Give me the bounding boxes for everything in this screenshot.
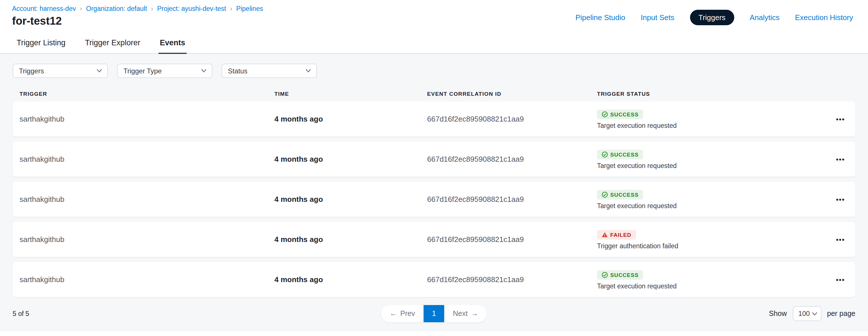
- status-detail: Target execution requested: [597, 162, 677, 169]
- column-header-trigger: TRIGGER: [20, 90, 274, 97]
- trigger-status-cell: SUCCESS Target execution requested: [597, 190, 826, 209]
- trigger-name: sarthakgithub: [20, 275, 274, 284]
- page-size-dropdown[interactable]: 100: [793, 306, 821, 321]
- row-actions-button[interactable]: •••: [826, 275, 856, 283]
- chevron-down-icon: [811, 312, 817, 316]
- chevron-right-icon: ›: [151, 5, 153, 12]
- page-title: for-test12: [12, 15, 263, 28]
- pipeline-nav: Pipeline Studio Input Sets Triggers Anal…: [576, 5, 853, 28]
- page: Account: harness-dev › Organization: def…: [0, 0, 868, 336]
- check-circle-icon: [601, 111, 608, 117]
- trigger-status-cell: SUCCESS Target execution requested: [597, 270, 826, 289]
- nav-analytics[interactable]: Analytics: [750, 13, 780, 22]
- event-correlation-id: 667d16f2ec895908821c1aa9: [427, 155, 597, 163]
- status-badge-label: FAILED: [610, 231, 631, 238]
- trigger-status-cell: FAILED Trigger authentication failed: [597, 230, 826, 249]
- filters-row: Triggers Trigger Type Status: [12, 64, 856, 78]
- row-actions-button[interactable]: •••: [826, 155, 856, 163]
- tab-trigger-listing[interactable]: Trigger Listing: [16, 33, 67, 54]
- tabs-bar: Trigger Listing Trigger Explorer Events: [0, 33, 868, 54]
- check-circle-icon: [601, 191, 608, 198]
- per-page-label: per page: [827, 310, 856, 318]
- arrow-left-icon: ←: [390, 310, 397, 318]
- check-circle-icon: [601, 271, 608, 278]
- trigger-name: sarthakgithub: [20, 115, 274, 123]
- breadcrumb-account[interactable]: Account: harness-dev: [12, 5, 76, 12]
- nav-input-sets[interactable]: Input Sets: [641, 13, 674, 22]
- trigger-status-cell: SUCCESS Target execution requested: [597, 109, 826, 129]
- status-badge: SUCCESS: [597, 190, 643, 199]
- page-number-button[interactable]: 1: [424, 305, 444, 322]
- breadcrumb-pipelines[interactable]: Pipelines: [236, 5, 263, 12]
- next-page-button[interactable]: Next →: [444, 305, 487, 322]
- event-correlation-id: 667d16f2ec895908821c1aa9: [427, 195, 597, 204]
- event-time: 4 months ago: [274, 195, 427, 204]
- status-badge: FAILED: [597, 230, 636, 239]
- breadcrumb-project[interactable]: Project: ayushi-dev-test: [157, 5, 226, 12]
- status-badge: SUCCESS: [597, 109, 643, 119]
- nav-pipeline-studio[interactable]: Pipeline Studio: [576, 13, 625, 22]
- status-detail: Target execution requested: [597, 122, 677, 129]
- nav-triggers[interactable]: Triggers: [690, 9, 734, 25]
- column-header-correlation-id: EVENT CORRELATION ID: [427, 90, 597, 97]
- status-badge-label: SUCCESS: [610, 151, 639, 157]
- prev-page-button[interactable]: ← Prev: [381, 305, 424, 322]
- trigger-name: sarthakgithub: [20, 155, 274, 163]
- trigger-name: sarthakgithub: [20, 195, 274, 204]
- header-left: Account: harness-dev › Organization: def…: [12, 5, 263, 33]
- table-row: sarthakgithub 4 months ago 667d16f2ec895…: [12, 142, 856, 177]
- table-header: TRIGGER TIME EVENT CORRELATION ID TRIGGE…: [12, 86, 856, 101]
- triggers-filter-label: Triggers: [19, 67, 44, 75]
- page-size-control: Show 100 per page: [769, 306, 856, 321]
- trigger-type-filter-dropdown[interactable]: Trigger Type: [117, 64, 212, 78]
- breadcrumb: Account: harness-dev › Organization: def…: [12, 5, 263, 12]
- event-time: 4 months ago: [274, 155, 427, 163]
- trigger-type-filter-label: Trigger Type: [123, 67, 162, 75]
- row-actions-button[interactable]: •••: [826, 115, 856, 123]
- next-label: Next: [453, 310, 468, 318]
- page-size-value: 100: [798, 310, 810, 318]
- chevron-down-icon: [305, 69, 311, 73]
- event-correlation-id: 667d16f2ec895908821c1aa9: [427, 275, 597, 284]
- table-row: sarthakgithub 4 months ago 667d16f2ec895…: [12, 262, 856, 297]
- breadcrumb-organization[interactable]: Organization: default: [86, 5, 147, 12]
- table-row: sarthakgithub 4 months ago 667d16f2ec895…: [12, 182, 856, 217]
- status-badge: SUCCESS: [597, 270, 643, 279]
- events-content: Triggers Trigger Type Status TRIGGER TIM…: [0, 54, 868, 331]
- event-correlation-id: 667d16f2ec895908821c1aa9: [427, 115, 597, 123]
- results-count: 5 of 5: [12, 310, 29, 317]
- status-detail: Trigger authentication failed: [597, 242, 678, 249]
- row-actions-button[interactable]: •••: [826, 235, 856, 243]
- event-correlation-id: 667d16f2ec895908821c1aa9: [427, 235, 597, 244]
- status-badge-label: SUCCESS: [610, 111, 639, 117]
- check-circle-icon: [601, 151, 608, 157]
- arrow-right-icon: →: [471, 310, 478, 318]
- event-time: 4 months ago: [274, 275, 427, 284]
- show-label: Show: [769, 310, 787, 318]
- chevron-right-icon: ›: [80, 5, 82, 12]
- chevron-down-icon: [96, 69, 102, 73]
- column-header-trigger-status: TRIGGER STATUS: [597, 90, 826, 97]
- triggers-filter-dropdown[interactable]: Triggers: [12, 64, 108, 78]
- status-detail: Target execution requested: [597, 282, 677, 289]
- event-time: 4 months ago: [274, 115, 427, 123]
- chevron-down-icon: [201, 69, 207, 73]
- status-filter-label: Status: [228, 67, 247, 75]
- pagination-bar: 5 of 5 ← Prev 1 Next → Show 100 per pa: [12, 305, 856, 322]
- status-detail: Target execution requested: [597, 202, 677, 209]
- trigger-name: sarthakgithub: [20, 235, 274, 244]
- tab-trigger-explorer[interactable]: Trigger Explorer: [84, 33, 142, 54]
- column-header-time: TIME: [274, 90, 427, 97]
- status-badge-label: SUCCESS: [610, 191, 639, 198]
- tab-events[interactable]: Events: [159, 33, 187, 54]
- status-filter-dropdown[interactable]: Status: [222, 64, 317, 78]
- prev-label: Prev: [400, 310, 415, 318]
- trigger-status-cell: SUCCESS Target execution requested: [597, 149, 826, 169]
- warning-triangle-icon: [601, 231, 608, 238]
- event-time: 4 months ago: [274, 235, 427, 244]
- top-bar: Account: harness-dev › Organization: def…: [0, 0, 868, 33]
- nav-execution-history[interactable]: Execution History: [795, 13, 853, 22]
- pager: ← Prev 1 Next →: [381, 305, 487, 322]
- table-row: sarthakgithub 4 months ago 667d16f2ec895…: [12, 101, 856, 136]
- row-actions-button[interactable]: •••: [826, 195, 856, 203]
